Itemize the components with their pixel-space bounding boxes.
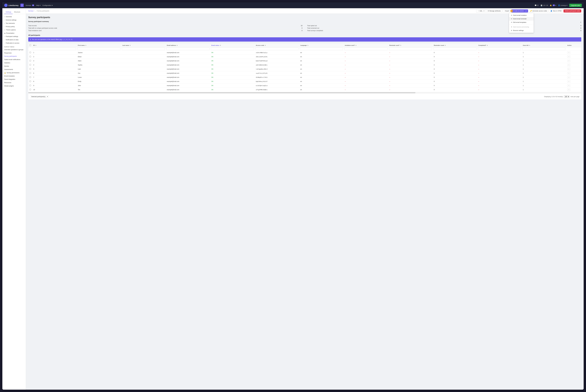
th-language[interactable]: Language ⇅ [299, 44, 344, 47]
sidebar-item-text-elements[interactable]: × Text elements [2, 22, 26, 25]
generate-codes-button[interactable]: 🔑 Generate access codes [529, 10, 548, 12]
td-email: example@mail.com [166, 80, 210, 84]
row-action-button[interactable]: ⋯ [567, 56, 570, 58]
row-checkbox[interactable] [30, 76, 31, 78]
edit-templates-item[interactable]: ✉ Edit email templates [509, 20, 533, 24]
notifications-btn[interactable]: 🔔 3 ▾ [550, 4, 556, 6]
filter-language-input[interactable] [300, 48, 343, 50]
row-checkbox[interactable] [30, 89, 31, 90]
sidebar-item-survey-permissions[interactable]: 🔒 Survey permissions [2, 71, 26, 74]
th-first-name[interactable]: First name ⇅ [77, 44, 121, 47]
th-uses-left[interactable]: Uses left ⇅ [522, 44, 566, 47]
upgrade-button[interactable]: Upgrade plan [569, 4, 582, 7]
row-checkbox[interactable] [30, 68, 31, 70]
send-reminder-item[interactable]: ✉ Send email reminder [509, 17, 533, 20]
row-action-button[interactable]: ⋯ [567, 52, 570, 54]
messages-btn[interactable]: 💬 22 [535, 4, 539, 6]
filter-email-input[interactable] [166, 48, 209, 50]
sidebar-item-general-settings[interactable]: × General settings [2, 18, 26, 22]
breadcrumb-surveys[interactable]: Surveys [28, 10, 33, 12]
th-last-name[interactable]: Last name ⇅ [121, 44, 166, 47]
filter-completed-input[interactable] [478, 48, 521, 50]
sidebar-item-quotas[interactable]: Quotas [2, 64, 26, 68]
tab-settings[interactable]: Settings [4, 10, 13, 14]
theme-options-icon: ⊙ [4, 29, 5, 31]
tab-structure[interactable]: Structure [13, 10, 22, 14]
row-checkbox[interactable] [30, 85, 31, 86]
sidebar-tabs: Settings Structure [2, 10, 26, 14]
th-reminder-sent[interactable]: Reminder sent? ⇅ [388, 44, 433, 47]
row-action-button[interactable]: ⋯ [567, 60, 570, 62]
sidebar-item-presentation[interactable]: ▣ Presentation [2, 32, 26, 35]
bounce-settings-item[interactable]: ⚙ Bounce settings [509, 29, 533, 32]
row-action-button[interactable]: ⋯ [567, 88, 570, 91]
row-action-button[interactable]: ⋯ [567, 72, 570, 74]
filter-usesleft-input[interactable] [522, 48, 565, 50]
th-access-code[interactable]: Access code ⇅ [255, 44, 299, 47]
invite-remind-button[interactable]: ✉ Invite & remind | ▾ [511, 10, 528, 12]
th-email-address[interactable]: Email address ⇅ [166, 44, 210, 47]
delete-participants-button[interactable]: Delete participants table [563, 10, 581, 12]
filter-lastname-input[interactable] [122, 48, 165, 50]
sidebar-item-email-templates[interactable]: Email templates [2, 74, 26, 78]
configuration-nav-item[interactable]: Configuration ▾ [43, 4, 53, 6]
sidebar-item-statistics[interactable]: Statistics [2, 61, 26, 64]
row-action-button[interactable]: ⋯ [567, 64, 570, 66]
filter-accesscode-input[interactable] [255, 48, 299, 50]
help-nav-item[interactable]: Help ▾ [36, 4, 41, 6]
view-cpdb-button[interactable]: 👤 View in CPDB [549, 10, 563, 12]
sidebar-item-overview-questions[interactable]: Overview questions & groups [2, 48, 26, 51]
row-checkbox[interactable] [30, 64, 31, 66]
filter-id-input[interactable] [33, 48, 76, 50]
sidebar-item-panel-integration[interactable]: Panel integration [2, 78, 26, 81]
sidebar-item-simple-plugins[interactable]: Simple plugins [2, 84, 26, 88]
row-action-button[interactable]: ⋯ [567, 80, 570, 83]
filter-emailstatus-input[interactable] [211, 48, 254, 50]
sidebar-item-participant-settings[interactable]: × Participant settings [2, 35, 26, 38]
row-checkbox[interactable] [30, 52, 31, 53]
row-checkbox[interactable] [30, 56, 31, 57]
settings-icon: ⚙ [488, 10, 489, 12]
horizontal-scrollbar[interactable] [28, 92, 581, 93]
export-button[interactable]: ↑ Export [503, 10, 511, 12]
bulk-action-select[interactable]: Selected participant(s)... ▾ [30, 95, 49, 98]
per-page-select[interactable]: 10 25 50 [564, 95, 569, 98]
sidebar-item-theme-options[interactable]: ⊙ Theme options [2, 28, 26, 32]
sidebar-item-survey-participants[interactable]: Survey participants [2, 54, 26, 58]
summary-collapse-button[interactable]: ∧ [580, 21, 581, 23]
row-action-button[interactable]: ⋯ [567, 76, 570, 78]
filter-remindersent-input[interactable] [389, 48, 432, 50]
row-action-button[interactable]: ⋯ [567, 68, 570, 70]
sidebar-item-failed-emails[interactable]: Failed email notifications [2, 58, 26, 61]
th-completed[interactable]: Completed? ⇅ [477, 44, 522, 47]
row-checkbox[interactable] [30, 80, 31, 82]
sidebar-item-notifications[interactable]: ○ Notifications & data [2, 38, 26, 42]
th-id[interactable]: ID ⇅ [32, 44, 77, 47]
sidebar-item-resources[interactable]: Resources [2, 81, 26, 84]
sidebar-item-responses[interactable]: Responses [2, 51, 26, 54]
add-button[interactable]: + [20, 4, 24, 7]
filter-invitationsent-input[interactable] [344, 48, 388, 50]
select-all-checkbox[interactable] [30, 44, 31, 46]
user-menu-btn[interactable]: 👤 Limeeyy ▾ [558, 4, 567, 6]
row-checkbox[interactable] [30, 60, 31, 62]
manage-attributes-button[interactable]: ⚙ Manage attributes [486, 10, 502, 12]
sidebar-item-publication[interactable]: ○ Publication & access [2, 42, 26, 45]
send-invitation-item[interactable]: ✉ Send email invitation [509, 14, 533, 17]
row-checkbox[interactable] [30, 72, 31, 74]
filter-email-cell [166, 47, 210, 50]
sidebar-item-assessments[interactable]: Assessments [2, 68, 26, 71]
surveys-nav-item[interactable]: Surveys 4 [26, 4, 34, 6]
th-email-status[interactable]: Email status ⇅ [210, 44, 255, 47]
add-participant-button[interactable]: ＋ Add... ▾ [476, 9, 486, 12]
sidebar-item-privacy-policy[interactable]: ○ Privacy policy [2, 25, 26, 28]
th-invitation-sent[interactable]: Invitation sent? ⇅ [344, 44, 388, 47]
th-reminder-count[interactable]: Reminder count ⇅ [433, 44, 477, 47]
filter-remindercount-cell [433, 47, 477, 50]
scrollbar-thumb[interactable] [28, 92, 415, 93]
sidebar-item-overview[interactable]: ≡ Overview [2, 15, 26, 18]
td-access-code: c6ZhnfBBbYaaIyi [255, 50, 299, 55]
filter-remindercount-input[interactable] [433, 48, 476, 50]
row-action-button[interactable]: ⋯ [567, 84, 570, 87]
filter-firstname-input[interactable] [77, 48, 121, 50]
